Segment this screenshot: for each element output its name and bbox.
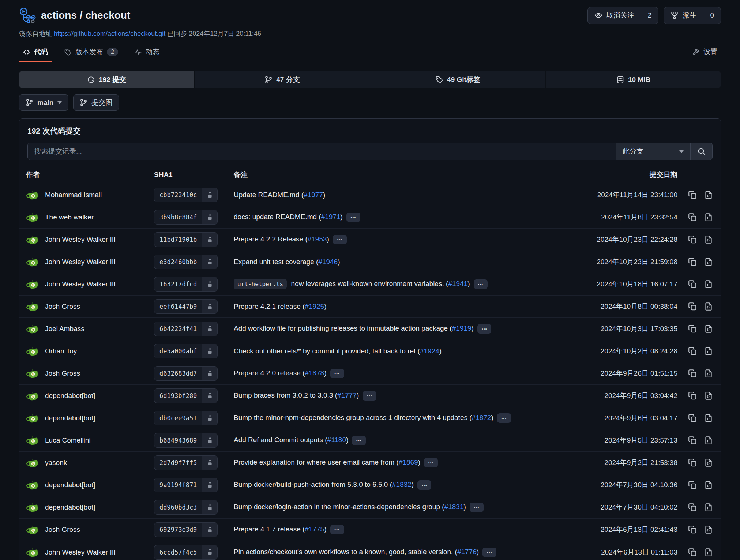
issue-link[interactable]: #1775 (305, 525, 324, 533)
browse-files-at-commit-icon[interactable] (704, 302, 713, 311)
copy-sha-icon[interactable] (688, 413, 697, 423)
watchers-count[interactable]: 2 (641, 7, 658, 24)
browse-files-at-commit-icon[interactable] (704, 213, 713, 222)
issue-link[interactable]: #1777 (337, 391, 357, 399)
issue-link[interactable]: #1776 (457, 548, 477, 556)
browse-files-at-commit-icon[interactable] (704, 548, 713, 557)
expand-commit-message-button[interactable]: ⋯ (482, 548, 496, 557)
copy-sha-icon[interactable] (688, 257, 697, 267)
commit-sha-badge[interactable]: 6b42224f41 (154, 322, 218, 336)
copy-sha-icon[interactable] (688, 503, 697, 512)
issue-link[interactable]: #1941 (448, 280, 467, 287)
search-button[interactable] (691, 143, 713, 160)
copy-sha-icon[interactable] (688, 525, 697, 534)
commit-sha-badge[interactable]: b684943689 (154, 433, 218, 448)
branch-filter-dropdown[interactable]: 此分支 (616, 143, 691, 160)
stat-size[interactable]: 10 MiB (545, 71, 721, 88)
expand-commit-message-button[interactable]: ⋯ (330, 525, 344, 534)
browse-files-at-commit-icon[interactable] (704, 436, 713, 445)
actions-logo-icon[interactable] (19, 7, 36, 24)
copy-sha-icon[interactable] (688, 391, 697, 401)
commit-sha-badge[interactable]: db0cee9a51 (154, 411, 218, 425)
forks-count[interactable]: 0 (703, 7, 721, 24)
commit-sha-badge[interactable]: 6ccd57f4c5 (154, 545, 218, 560)
browse-files-at-commit-icon[interactable] (704, 257, 713, 267)
expand-commit-message-button[interactable]: ⋯ (497, 413, 511, 423)
browse-files-at-commit-icon[interactable] (704, 413, 713, 423)
browse-files-at-commit-icon[interactable] (704, 346, 713, 356)
commit-sha-badge[interactable]: 2d7d9f7ff5 (154, 455, 218, 470)
issue-link[interactable]: #1919 (452, 324, 472, 332)
expand-commit-message-button[interactable]: ⋯ (424, 458, 438, 467)
tab-settings[interactable]: 设置 (688, 43, 721, 62)
commit-sha-badge[interactable]: 692973e3d9 (154, 522, 218, 537)
issue-link[interactable]: #1977 (304, 191, 323, 199)
expand-commit-message-button[interactable]: ⋯ (352, 436, 366, 445)
copy-sha-icon[interactable] (688, 458, 697, 467)
copy-sha-icon[interactable] (688, 324, 697, 334)
commit-sha-badge[interactable]: dd960bd3c3 (154, 500, 218, 515)
issue-link[interactable]: #1878 (305, 369, 324, 377)
commit-sha-badge[interactable]: 3b9b8c884f (154, 210, 218, 225)
expand-commit-message-button[interactable]: ⋯ (477, 324, 491, 334)
org-link[interactable]: actions (41, 10, 77, 21)
tab-activity[interactable]: 动态 (131, 43, 163, 62)
copy-sha-icon[interactable] (688, 279, 697, 289)
expand-commit-message-button[interactable]: ⋯ (470, 503, 484, 512)
expand-commit-message-button[interactable]: ⋯ (363, 391, 376, 401)
browse-files-at-commit-icon[interactable] (704, 235, 713, 244)
copy-sha-icon[interactable] (688, 213, 697, 222)
issue-link[interactable]: #1953 (308, 235, 327, 243)
browse-files-at-commit-icon[interactable] (704, 503, 713, 512)
stat-branches[interactable]: 47 分支 (194, 71, 370, 88)
issue-link[interactable]: #1180 (327, 436, 346, 444)
fork-button[interactable]: 派生 0 (664, 7, 721, 24)
tab-releases[interactable]: 版本发布 2 (60, 43, 122, 62)
issue-link[interactable]: #1924 (420, 347, 439, 355)
branch-selector[interactable]: main (19, 94, 68, 111)
stat-commits[interactable]: 192 提交 (19, 71, 194, 88)
expand-commit-message-button[interactable]: ⋯ (474, 279, 488, 289)
browse-files-at-commit-icon[interactable] (704, 525, 713, 534)
commit-graph-button[interactable]: 提交图 (73, 94, 119, 111)
commit-sha-badge[interactable]: 163217dfcd (154, 277, 218, 292)
issue-link[interactable]: #1831 (444, 503, 464, 511)
issue-link[interactable]: #1872 (472, 414, 491, 421)
browse-files-at-commit-icon[interactable] (704, 279, 713, 289)
stat-tags[interactable]: 49 Git标签 (370, 71, 545, 88)
copy-sha-icon[interactable] (688, 548, 697, 557)
copy-sha-icon[interactable] (688, 190, 697, 200)
issue-link[interactable]: #1946 (318, 258, 338, 266)
copy-sha-icon[interactable] (688, 436, 697, 445)
browse-files-at-commit-icon[interactable] (704, 391, 713, 401)
browse-files-at-commit-icon[interactable] (704, 480, 713, 490)
issue-link[interactable]: #1832 (392, 481, 412, 488)
issue-link[interactable]: #1971 (321, 213, 341, 221)
copy-sha-icon[interactable] (688, 302, 697, 311)
commit-sha-badge[interactable]: e3d2460bbb (154, 255, 218, 269)
copy-sha-icon[interactable] (688, 480, 697, 490)
expand-commit-message-button[interactable]: ⋯ (330, 369, 344, 378)
expand-commit-message-button[interactable]: ⋯ (346, 213, 360, 222)
commit-sha-badge[interactable]: cbb722410c (154, 188, 218, 202)
copy-sha-icon[interactable] (688, 369, 697, 378)
repo-link[interactable]: checkout (85, 10, 130, 21)
commit-sha-badge[interactable]: de5a000abf (154, 344, 218, 358)
commit-sha-badge[interactable]: 9a9194f871 (154, 478, 218, 492)
copy-sha-icon[interactable] (688, 235, 697, 244)
search-commits-input[interactable] (27, 143, 616, 160)
issue-link[interactable]: #1925 (305, 302, 324, 310)
browse-files-at-commit-icon[interactable] (704, 324, 713, 334)
commit-sha-badge[interactable]: 11bd71901b (154, 232, 218, 247)
browse-files-at-commit-icon[interactable] (704, 369, 713, 378)
commit-sha-badge[interactable]: d632683dd7 (154, 366, 218, 381)
mirror-url-link[interactable]: https://github.com/actions/checkout.git (54, 30, 165, 37)
commit-sha-badge[interactable]: eef61447b9 (154, 299, 218, 314)
browse-files-at-commit-icon[interactable] (704, 458, 713, 467)
browse-files-at-commit-icon[interactable] (704, 190, 713, 200)
commit-sha-badge[interactable]: 6d193bf280 (154, 388, 218, 403)
expand-commit-message-button[interactable]: ⋯ (417, 480, 431, 490)
copy-sha-icon[interactable] (688, 346, 697, 356)
tab-code[interactable]: 代码 (19, 43, 52, 62)
issue-link[interactable]: #1869 (399, 458, 418, 466)
